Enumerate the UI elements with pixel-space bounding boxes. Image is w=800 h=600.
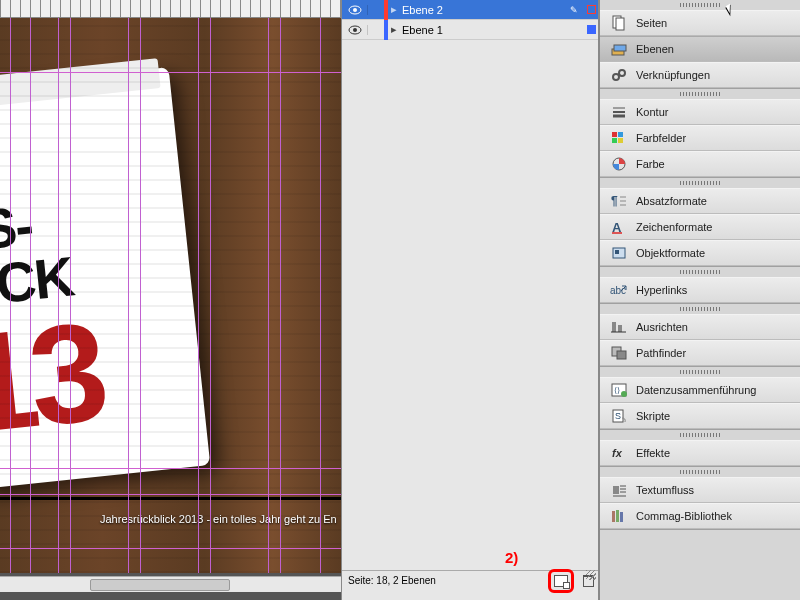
layers-panel: ▸Ebene 2✎▸Ebene 1 1) Seite: 18, 2 Ebenen bbox=[341, 0, 599, 600]
panel-item-label: Commag-Bibliothek bbox=[636, 510, 732, 522]
panel-item-verknuepfungen[interactable]: Verknüpfungen bbox=[600, 62, 800, 88]
panel-item-label: Textumfluss bbox=[636, 484, 694, 496]
layer-row-0[interactable]: ▸Ebene 2✎ bbox=[342, 0, 598, 20]
selection-indicator[interactable] bbox=[584, 25, 598, 34]
panel-rail: SeitenEbenenVerknüpfungenKonturFarbfelde… bbox=[599, 0, 800, 600]
svg-rect-47 bbox=[620, 512, 623, 522]
panel-group-handle[interactable] bbox=[600, 89, 800, 99]
visibility-toggle-icon[interactable] bbox=[342, 25, 368, 35]
svg-text:fx: fx bbox=[612, 447, 623, 459]
resize-grip-icon[interactable] bbox=[586, 570, 596, 580]
objektformate-icon bbox=[608, 245, 630, 261]
guide-v[interactable] bbox=[128, 18, 129, 573]
panel-group-handle[interactable] bbox=[600, 467, 800, 477]
panel-item-hyperlinks[interactable]: abcHyperlinks bbox=[600, 277, 800, 303]
panel-group-handle[interactable] bbox=[600, 304, 800, 314]
selection-indicator[interactable] bbox=[584, 5, 598, 14]
panel-item-skripte[interactable]: SSkripte bbox=[600, 403, 800, 429]
absatzformate-icon: ¶ bbox=[608, 193, 630, 209]
panel-item-label: Seiten bbox=[636, 17, 667, 29]
panel-group-handle[interactable] bbox=[600, 430, 800, 440]
svg-point-3 bbox=[353, 28, 357, 32]
guide-v[interactable] bbox=[10, 18, 11, 573]
visibility-toggle-icon[interactable] bbox=[342, 5, 368, 15]
guide-v[interactable] bbox=[320, 18, 321, 573]
guide-v[interactable] bbox=[30, 18, 31, 573]
svg-rect-14 bbox=[612, 132, 617, 137]
calendar-text-2: LICK bbox=[0, 243, 76, 320]
document-canvas[interactable]: ES- LICK 13 Jahresrückblick 2013 - ein t… bbox=[0, 0, 341, 600]
panel-item-label: Absatzformate bbox=[636, 195, 707, 207]
commag-icon bbox=[608, 508, 630, 524]
svg-point-1 bbox=[353, 8, 357, 12]
guide-h[interactable] bbox=[0, 548, 341, 549]
svg-line-10 bbox=[618, 74, 620, 75]
panel-item-objektformate[interactable]: Objektformate bbox=[600, 240, 800, 266]
ausrichten-icon bbox=[608, 319, 630, 335]
disclosure-triangle-icon[interactable]: ▸ bbox=[388, 3, 400, 16]
guide-v[interactable] bbox=[210, 18, 211, 573]
panel-item-farbfelder[interactable]: Farbfelder bbox=[600, 125, 800, 151]
panel-item-label: Objektformate bbox=[636, 247, 705, 259]
panel-item-effekte[interactable]: fxEffekte bbox=[600, 440, 800, 466]
panel-item-pathfinder[interactable]: Pathfinder bbox=[600, 340, 800, 366]
panel-item-commag[interactable]: Commag-Bibliothek bbox=[600, 503, 800, 529]
disclosure-triangle-icon[interactable]: ▸ bbox=[388, 23, 400, 36]
panel-item-datenzusammenfuehrung[interactable]: ⟨⟩Datenzusammenführung bbox=[600, 377, 800, 403]
panel-group-handle[interactable] bbox=[600, 0, 800, 10]
layer-row-1[interactable]: ▸Ebene 1 bbox=[342, 20, 598, 40]
guide-h[interactable] bbox=[0, 72, 341, 73]
panel-group-handle[interactable] bbox=[600, 267, 800, 277]
panel-item-absatzformate[interactable]: ¶Absatzformate bbox=[600, 188, 800, 214]
guide-v[interactable] bbox=[198, 18, 199, 573]
guide-h[interactable] bbox=[0, 494, 341, 495]
panel-item-label: Datenzusammenführung bbox=[636, 384, 756, 396]
calendar-text-3: 13 bbox=[0, 301, 107, 455]
annotation-2: 2) bbox=[505, 549, 518, 566]
panel-item-label: Verknüpfungen bbox=[636, 69, 710, 81]
guide-v[interactable] bbox=[140, 18, 141, 573]
skripte-icon: S bbox=[608, 408, 630, 424]
panel-group-handle[interactable] bbox=[600, 367, 800, 377]
guide-v[interactable] bbox=[280, 18, 281, 573]
panel-item-seiten[interactable]: Seiten bbox=[600, 10, 800, 36]
svg-rect-30 bbox=[618, 325, 622, 332]
panel-item-label: Pathfinder bbox=[636, 347, 686, 359]
datenzusammenfuehrung-icon: ⟨⟩ bbox=[608, 382, 630, 398]
panel-item-ebenen[interactable]: Ebenen bbox=[600, 36, 800, 62]
panel-item-label: Skripte bbox=[636, 410, 670, 422]
svg-rect-15 bbox=[618, 132, 623, 137]
layer-name-label[interactable]: Ebene 2 bbox=[400, 4, 570, 16]
svg-rect-40 bbox=[613, 486, 619, 494]
pathfinder-icon bbox=[608, 345, 630, 361]
panel-item-zeichenformate[interactable]: AZeichenformate bbox=[600, 214, 800, 240]
panel-item-ausrichten[interactable]: Ausrichten bbox=[600, 314, 800, 340]
target-layer-icon[interactable]: ✎ bbox=[570, 5, 584, 15]
ruler-horizontal[interactable] bbox=[0, 0, 341, 18]
panel-item-label: Hyperlinks bbox=[636, 284, 687, 296]
svg-rect-17 bbox=[618, 138, 623, 143]
svg-rect-33 bbox=[617, 351, 626, 359]
new-layer-button[interactable] bbox=[548, 569, 574, 593]
svg-rect-29 bbox=[612, 322, 616, 332]
panel-item-label: Farbfelder bbox=[636, 132, 686, 144]
guide-v[interactable] bbox=[70, 18, 71, 573]
panel-item-label: Kontur bbox=[636, 106, 668, 118]
farbe-icon bbox=[608, 156, 630, 172]
panel-item-farbe[interactable]: Farbe bbox=[600, 151, 800, 177]
guide-v[interactable] bbox=[58, 18, 59, 573]
svg-rect-7 bbox=[614, 45, 626, 51]
layers-panel-footer: Seite: 18, 2 Ebenen bbox=[342, 570, 598, 590]
guide-h[interactable] bbox=[0, 468, 341, 469]
panel-item-kontur[interactable]: Kontur bbox=[600, 99, 800, 125]
panel-group-handle[interactable] bbox=[600, 178, 800, 188]
page-background: ES- LICK 13 Jahresrückblick 2013 - ein t… bbox=[0, 18, 341, 573]
calendar-object[interactable]: ES- LICK 13 bbox=[0, 67, 210, 489]
horizontal-scrollbar[interactable] bbox=[0, 576, 341, 592]
scrollbar-thumb[interactable] bbox=[90, 579, 230, 591]
guide-v[interactable] bbox=[268, 18, 269, 573]
panel-item-textumfluss[interactable]: Textumfluss bbox=[600, 477, 800, 503]
seiten-icon bbox=[608, 15, 630, 31]
layer-name-label[interactable]: Ebene 1 bbox=[400, 24, 570, 36]
page-caption: Jahresrückblick 2013 - ein tolles Jahr g… bbox=[100, 513, 337, 525]
